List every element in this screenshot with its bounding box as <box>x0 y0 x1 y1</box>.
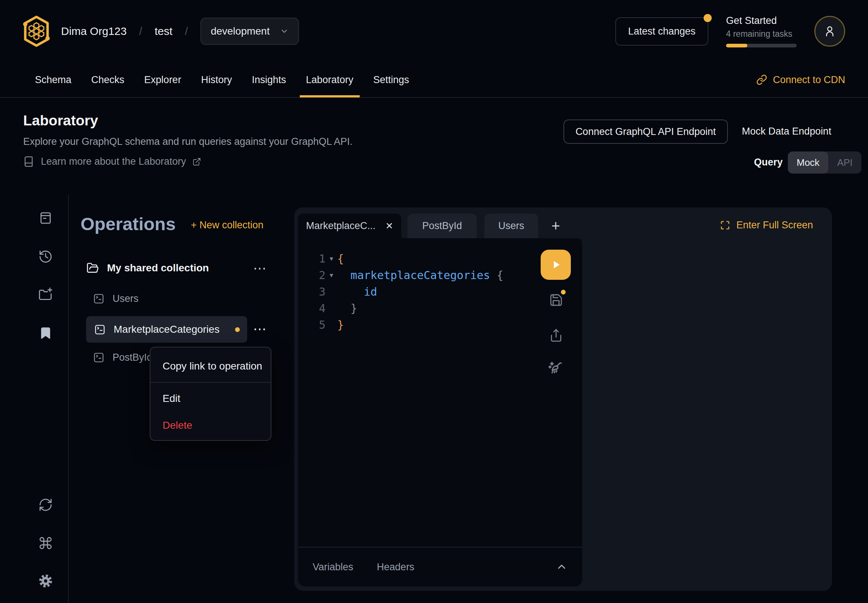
primary-nav: Schema Checks Explorer History Insights … <box>0 62 868 98</box>
get-started-progress-fill <box>726 44 747 48</box>
share-operation-button[interactable] <box>549 328 563 342</box>
header-right: Latest changes Get Started 4 remaining t… <box>615 15 845 48</box>
history-icon[interactable] <box>38 249 53 264</box>
latest-changes-label: Latest changes <box>628 26 696 37</box>
tab-insights[interactable]: Insights <box>246 62 292 97</box>
refresh-icon[interactable] <box>38 498 53 512</box>
tab-settings[interactable]: Settings <box>367 62 416 97</box>
line-number: 2 <box>298 269 325 281</box>
collections-archive-icon[interactable] <box>38 211 53 226</box>
menu-divider <box>150 382 271 383</box>
code-line: 2 ▼ marketplaceCategories { <box>298 267 582 283</box>
query-mode-api[interactable]: API <box>828 152 861 173</box>
gear-icon[interactable] <box>38 574 53 588</box>
fold-arrow-icon[interactable]: ▼ <box>325 255 337 262</box>
menu-item-edit[interactable]: Edit <box>162 393 180 404</box>
folder-open-icon <box>87 262 99 274</box>
collapse-panel-chevron-up-icon[interactable] <box>556 561 568 573</box>
command-shortcuts-icon[interactable] <box>38 536 53 550</box>
connect-to-cdn-button[interactable]: Connect to CDN <box>756 74 845 86</box>
connect-graphql-endpoint-button[interactable]: Connect GraphQL API Endpoint <box>563 119 728 144</box>
learn-more-link[interactable]: Learn more about the Laboratory <box>23 156 201 167</box>
menu-item-copy-link[interactable]: Copy link to operation <box>162 360 262 372</box>
operation-terminal-icon <box>93 293 104 305</box>
new-collection-button[interactable]: + New collection <box>191 220 263 231</box>
enter-fullscreen-button[interactable]: Enter Full Screen <box>720 220 813 231</box>
sidebar-divider <box>68 195 69 603</box>
user-avatar[interactable] <box>814 16 845 47</box>
tab-checks[interactable]: Checks <box>85 62 131 97</box>
tab-laboratory[interactable]: Laboratory <box>300 62 360 97</box>
tab-variables[interactable]: Variables <box>313 561 353 573</box>
editor-tab-label: PostById <box>422 220 462 232</box>
operation-label: MarketplaceCategories <box>114 323 220 336</box>
code-token: } <box>337 302 357 315</box>
unsaved-changes-dot <box>235 327 240 332</box>
line-number: 5 <box>298 319 325 331</box>
code-line: 4 } <box>298 300 582 317</box>
get-started-title: Get Started <box>726 15 797 26</box>
close-tab-icon[interactable]: ✕ <box>385 221 393 231</box>
hive-logo-icon[interactable] <box>23 15 50 48</box>
line-number: 4 <box>298 302 325 315</box>
new-operation-folder-plus-icon[interactable] <box>38 287 53 302</box>
collection-name: My shared collection <box>107 262 209 274</box>
page-title: Laboratory <box>23 113 98 129</box>
tab-history[interactable]: History <box>195 62 238 97</box>
breadcrumb-separator: / <box>185 25 188 37</box>
code-token: { <box>490 269 503 281</box>
get-started-progress-track <box>726 44 797 48</box>
learn-more-label: Learn more about the Laboratory <box>41 156 186 167</box>
page-subtitle: Explore your GraphQL schema and run quer… <box>23 136 352 147</box>
breadcrumb-separator: / <box>139 25 142 37</box>
get-started-widget[interactable]: Get Started 4 remaining tasks <box>726 15 797 48</box>
code-line: 1 ▼ { <box>298 250 582 267</box>
query-mode-toggle: Mock API <box>788 152 861 173</box>
environment-dropdown-value: development <box>211 25 269 37</box>
code-line: 3 id <box>298 283 582 300</box>
laboratory-panel: MarketplaceC... ✕ PostById Users + Enter… <box>294 207 832 591</box>
tab-explorer[interactable]: Explorer <box>138 62 187 97</box>
editor-tab-users[interactable]: Users <box>484 213 538 238</box>
operation-item-marketplacecategories-selected[interactable]: MarketplaceCategories <box>86 316 247 343</box>
latest-changes-button[interactable]: Latest changes <box>615 17 709 46</box>
fold-arrow-icon[interactable]: ▼ <box>325 272 337 279</box>
app-root: { "header": { "org_name": "Dima Org123",… <box>0 0 868 603</box>
line-number: 1 <box>298 252 325 265</box>
breadcrumb-project[interactable]: test <box>155 25 172 37</box>
tab-headers[interactable]: Headers <box>377 561 415 573</box>
breadcrumb-org[interactable]: Dima Org123 <box>61 25 127 37</box>
save-operation-button[interactable] <box>549 293 563 307</box>
fullscreen-icon <box>720 220 730 230</box>
external-link-icon <box>192 158 201 166</box>
query-editor[interactable]: 1 ▼ { 2 ▼ marketplaceCategories { 3 id 4 <box>298 238 582 586</box>
operation-item-users[interactable]: Users <box>93 293 139 305</box>
collection-menu-button[interactable]: ⋯ <box>253 262 267 275</box>
operation-menu-button[interactable]: ⋯ <box>253 322 267 336</box>
notification-dot <box>704 14 712 22</box>
query-mode-mock[interactable]: Mock <box>788 152 828 173</box>
operation-item-postbyid[interactable]: PostById <box>93 352 152 363</box>
app-header: Dima Org123 / test / development Latest … <box>0 0 868 62</box>
code-token: id <box>337 285 377 298</box>
mock-data-endpoint-button[interactable]: Mock Data Endpoint <box>742 126 831 137</box>
fullscreen-label: Enter Full Screen <box>736 220 813 231</box>
bookmark-icon[interactable] <box>38 326 53 340</box>
add-tab-button[interactable]: + <box>545 213 566 238</box>
editor-tab-marketplacecategories[interactable]: MarketplaceC... ✕ <box>298 213 401 238</box>
query-mode-label: Query <box>754 157 783 168</box>
code-lines: 1 ▼ { 2 ▼ marketplaceCategories { 3 id 4 <box>298 250 582 333</box>
environment-dropdown[interactable]: development <box>200 18 299 45</box>
breadcrumb: Dima Org123 / test / development <box>61 18 299 45</box>
operation-terminal-icon <box>93 352 104 363</box>
code-token: } <box>337 319 344 331</box>
menu-item-delete[interactable]: Delete <box>162 419 192 431</box>
user-icon <box>823 24 837 38</box>
editor-tab-postbyid[interactable]: PostById <box>407 213 477 238</box>
editor-tab-label: MarketplaceC... <box>306 220 376 232</box>
collection-my-shared-collection[interactable]: My shared collection <box>87 262 209 274</box>
tab-schema[interactable]: Schema <box>29 62 77 97</box>
execute-query-button[interactable] <box>541 250 571 280</box>
code-token: { <box>337 252 344 265</box>
prettify-query-button[interactable] <box>547 360 565 377</box>
